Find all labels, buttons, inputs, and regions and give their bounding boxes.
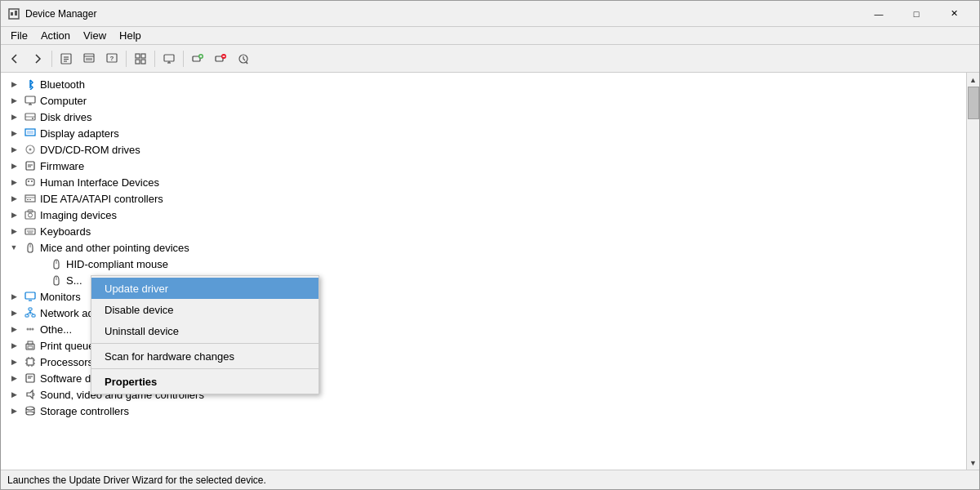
display-icon — [24, 127, 37, 140]
svg-rect-58 — [29, 308, 32, 310]
other-icon — [24, 323, 37, 336]
properties-button[interactable] — [56, 48, 77, 69]
window-controls: — □ ✕ — [860, 1, 973, 27]
close-button[interactable]: ✕ — [935, 1, 973, 27]
tree-item-hid-mouse[interactable]: ▶ HID-compliant mouse — [1, 256, 966, 272]
monitor-view-button[interactable] — [158, 48, 180, 69]
expand-proc[interactable]: ▶ — [7, 355, 20, 368]
tree-item-keyboards[interactable]: ▶ Keyboards — [1, 223, 966, 239]
network-icon — [24, 306, 37, 319]
back-button[interactable] — [4, 48, 25, 69]
window-title: Device Manager — [25, 8, 860, 20]
expand-storage[interactable]: ▶ — [7, 404, 20, 417]
mice-label: Mice and other pointing devices — [40, 242, 189, 254]
expand-computer[interactable]: ▶ — [7, 94, 20, 107]
menu-help[interactable]: Help — [113, 28, 148, 43]
title-bar: Device Manager — □ ✕ — [1, 1, 979, 27]
scan-changes-button[interactable] — [233, 48, 254, 69]
svg-rect-40 — [26, 179, 34, 185]
tree-item-storage[interactable]: ▶ Storage controllers — [1, 403, 966, 419]
scroll-down-button[interactable]: ▼ — [967, 456, 980, 470]
tree-item-computer[interactable]: ▶ Computer — [1, 92, 966, 109]
tree-item-disk[interactable]: ▶ Disk drives — [1, 109, 966, 125]
maximize-button[interactable]: □ — [898, 1, 935, 27]
toolbar-sep-2 — [126, 51, 127, 67]
svg-point-64 — [27, 328, 29, 331]
proc-label: Processors — [40, 356, 93, 368]
tree-item-mice[interactable]: ▼ Mice and other pointing devices — [1, 239, 966, 256]
expand-monitors[interactable]: ▶ — [7, 290, 20, 303]
menu-view[interactable]: View — [77, 28, 113, 43]
svg-text:?: ? — [110, 55, 114, 62]
mouse-child2-icon — [50, 274, 63, 287]
expand-display[interactable]: ▶ — [7, 127, 20, 140]
expand-sound[interactable]: ▶ — [7, 388, 20, 401]
status-text: Launches the Update Driver Wizard for th… — [7, 474, 266, 486]
svg-point-42 — [31, 180, 33, 182]
tree-item-imaging[interactable]: ▶ Imaging devices — [1, 207, 966, 223]
other-label: Othe... — [40, 323, 72, 336]
toolbar-sep-3 — [154, 51, 155, 67]
tree-item-firmware[interactable]: ▶ Firmware — [1, 158, 966, 174]
view-custom-button[interactable] — [130, 48, 151, 69]
expand-dvd[interactable]: ▶ — [7, 143, 20, 156]
svg-line-63 — [30, 312, 33, 314]
tree-item-ide[interactable]: ▶ IDE ATA/ATAPI controllers — [1, 190, 966, 207]
tree-item-hid[interactable]: ▶ Human Interface Devices — [1, 174, 966, 190]
help-toolbar-button[interactable]: ? — [101, 48, 122, 69]
ctx-scan-hardware[interactable]: Scan for hardware changes — [91, 345, 318, 367]
expand-disk[interactable]: ▶ — [7, 110, 20, 123]
expand-other[interactable]: ▶ — [7, 323, 20, 336]
expand-ide[interactable]: ▶ — [7, 192, 20, 205]
device-tree[interactable]: ▶ Bluetooth ▶ Computer ▶ Disk drives — [1, 73, 966, 470]
add-hardware-button[interactable] — [187, 48, 208, 69]
expand-imaging[interactable]: ▶ — [7, 208, 20, 221]
storage-icon — [24, 404, 37, 417]
storage-label: Storage controllers — [40, 405, 129, 417]
update-driver-toolbar-button[interactable] — [78, 48, 100, 69]
svg-point-41 — [28, 180, 29, 182]
computer-label: Computer — [40, 95, 87, 107]
ctx-update-driver[interactable]: Update driver — [91, 278, 318, 299]
menu-file[interactable]: File — [4, 28, 34, 43]
ctx-properties[interactable]: Properties — [91, 371, 318, 392]
imaging-label: Imaging devices — [40, 209, 117, 221]
display-label: Display adapters — [40, 127, 119, 140]
svg-rect-50 — [25, 229, 35, 234]
tree-item-bluetooth[interactable]: ▶ Bluetooth — [1, 76, 966, 92]
keyboard-icon — [24, 225, 37, 238]
svg-rect-12 — [136, 54, 140, 58]
expand-mice[interactable]: ▼ — [7, 241, 20, 254]
ctx-disable-device[interactable]: Disable device — [91, 299, 318, 320]
svg-rect-43 — [25, 195, 35, 202]
tree-item-display[interactable]: ▶ Display adapters — [1, 125, 966, 141]
expand-network[interactable]: ▶ — [7, 306, 20, 319]
scroll-up-button[interactable]: ▲ — [967, 73, 980, 87]
monitors-label: Monitors — [40, 291, 81, 303]
expand-keyboards[interactable]: ▶ — [7, 225, 20, 238]
vertical-scrollbar[interactable]: ▲ ▼ — [966, 73, 979, 470]
expand-hid[interactable]: ▶ — [7, 176, 20, 189]
scroll-track[interactable] — [967, 87, 980, 456]
bluetooth-label: Bluetooth — [40, 78, 85, 91]
menu-action[interactable]: Action — [34, 28, 77, 43]
svg-rect-2 — [15, 11, 17, 16]
expand-firmware[interactable]: ▶ — [7, 159, 20, 172]
forward-button[interactable] — [27, 48, 48, 69]
expand-bluetooth[interactable]: ▶ — [7, 78, 20, 91]
expand-print[interactable]: ▶ — [7, 339, 20, 352]
svg-rect-16 — [164, 55, 174, 61]
svg-rect-9 — [86, 58, 92, 60]
svg-rect-56 — [25, 292, 35, 299]
ctx-uninstall-device[interactable]: Uninstall device — [91, 320, 318, 341]
toolbar-sep-1 — [51, 51, 52, 67]
firmware-icon — [24, 159, 37, 172]
tree-item-dvd[interactable]: ▶ DVD/CD-ROM drives — [1, 141, 966, 158]
expand-soft[interactable]: ▶ — [7, 372, 20, 385]
hid-label: Human Interface Devices — [40, 176, 159, 189]
remove-device-button[interactable] — [210, 48, 231, 69]
scroll-thumb[interactable] — [968, 87, 979, 119]
svg-rect-13 — [141, 54, 145, 58]
minimize-button[interactable]: — — [860, 1, 898, 27]
computer-icon — [24, 94, 37, 107]
